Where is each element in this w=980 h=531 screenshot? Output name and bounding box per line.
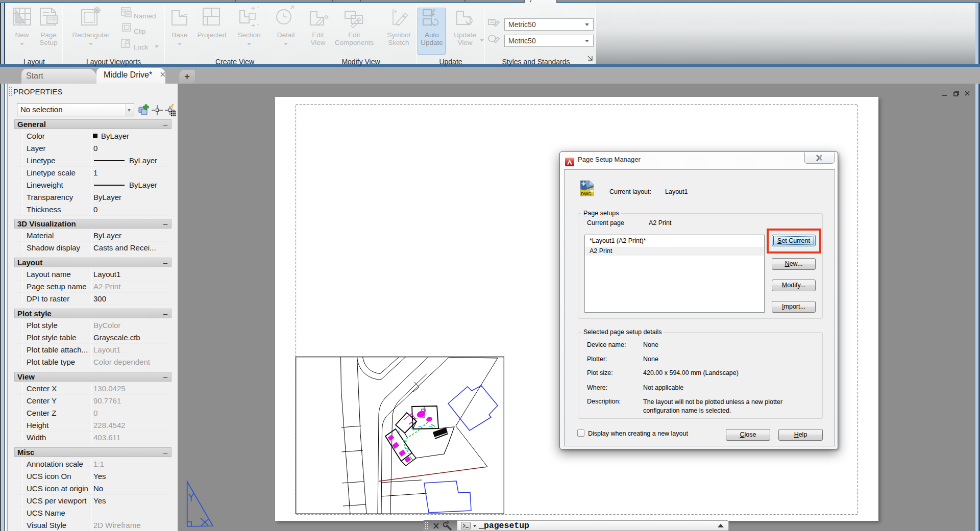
svg-text:DWG: DWG (581, 191, 592, 196)
